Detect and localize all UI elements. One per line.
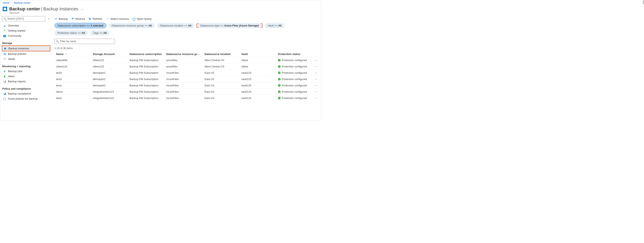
success-icon: ✓ — [278, 97, 280, 99]
column-name[interactable]: Name↑↓ — [56, 52, 93, 56]
jobs-icon: ≣ — [3, 70, 6, 73]
success-icon: ✓ — [278, 71, 280, 74]
alerts-icon: ▮ — [3, 75, 6, 78]
row-context-menu-button[interactable]: ⋯ — [315, 84, 321, 87]
sidebar-item-azure-policies[interactable]: ◯ Azure policies for backup — [2, 96, 50, 101]
column-resource-group[interactable]: Datasource resource gr… — [166, 52, 204, 56]
cell-name: clitest456 — [56, 59, 93, 62]
row-context-menu-button[interactable]: ⋯ — [315, 59, 321, 62]
breadcrumb-current[interactable]: Backup center — [14, 1, 30, 4]
filter-by-name-input[interactable]: 🔍 Filter by name — [54, 39, 115, 44]
sidebar-item-label: Community — [8, 34, 22, 37]
more-icon[interactable]: ⋯ — [81, 8, 84, 11]
table-row[interactable]: test1demopart2Backup PM SubscriptionAzur… — [54, 82, 319, 88]
pill-tags[interactable]: Tags == All — [90, 30, 110, 35]
cell-vault: vault125 — [241, 78, 278, 81]
cell-storage-account: demopart2 — [93, 78, 130, 81]
plus-icon: ＋ — [54, 17, 58, 21]
search-icon: 🔍 — [56, 40, 59, 43]
cell-location: West Central US — [204, 65, 241, 68]
cell-location: East US — [204, 84, 241, 87]
sidebar: 🔍 Search (Ctrl+/) « ☁ Overview ✈ Getting… — [0, 15, 52, 121]
table-row[interactable]: clitest123clitest123Backup PM Subscripti… — [54, 63, 319, 69]
pill-datasource-subscription[interactable]: Datasource subscription == 4 selected — [54, 23, 106, 28]
select-columns-button[interactable]: →Select columns — [106, 17, 129, 20]
cell-name: test2 — [56, 97, 93, 100]
vaults-icon: 🛡 — [3, 57, 6, 60]
table-row[interactable]: demointegrationtest123Backup PM Subscrip… — [54, 88, 319, 95]
column-subscription[interactable]: Datasource subscription — [130, 52, 166, 56]
cell-storage-account: integrationtest123 — [93, 90, 130, 93]
cell-location: East US — [204, 78, 241, 81]
sort-icon: ↑↓ — [65, 53, 67, 56]
main-content: ＋Backup ↶Restore ↻Refresh →Select column… — [52, 15, 321, 121]
table-row[interactable]: test2integrationtest123Backup PM Subscri… — [54, 95, 319, 101]
row-context-menu-button[interactable]: ⋯ — [315, 97, 321, 100]
pill-datasource-location[interactable]: Datasource location == All — [157, 23, 194, 28]
success-icon: ✓ — [278, 78, 280, 80]
restore-button[interactable]: ↶Restore — [72, 17, 85, 21]
cell-storage-account: demopart2 — [93, 84, 130, 87]
search-input[interactable]: 🔍 Search (Ctrl+/) — [2, 16, 45, 21]
sidebar-item-backup-compliance[interactable]: ◪ Backup compliance — [2, 91, 50, 96]
cell-storage-account: integrationtest123 — [93, 97, 130, 100]
sidebar-item-community[interactable]: 👥 Community — [2, 33, 50, 38]
open-query-button[interactable]: ▢Open Query — [132, 17, 152, 21]
row-context-menu-button[interactable]: ⋯ — [315, 71, 321, 74]
chevron-right-icon[interactable]: ❯ — [642, 0, 644, 4]
table-row[interactable]: clitest456clitest123Backup PM Subscripti… — [54, 57, 319, 63]
undo-icon: ↶ — [72, 17, 74, 21]
chevron-right-icon: › — [12, 1, 12, 4]
toolbar: ＋Backup ↶Restore ↻Refresh →Select column… — [54, 16, 319, 23]
sidebar-item-label: Backup jobs — [8, 70, 22, 73]
pill-datasource-type[interactable]: Datasource type == Azure Files (Azure St… — [198, 23, 262, 28]
cell-name: clitest123 — [56, 65, 93, 68]
sidebar-item-alerts[interactable]: ▮ Alerts — [2, 74, 50, 79]
pill-vault[interactable]: Vault == All — [265, 23, 284, 28]
row-context-menu-button[interactable]: ⋯ — [315, 90, 321, 93]
search-placeholder: Search (Ctrl+/) — [7, 17, 24, 20]
cell-subscription: Backup PM Subscription — [130, 59, 166, 62]
sidebar-item-backup-policies[interactable]: ▤ Backup policies — [2, 51, 50, 56]
pill-protection-status[interactable]: Protection status == All — [54, 30, 88, 35]
success-icon: ✓ — [278, 84, 280, 87]
sidebar-item-label: Getting started — [8, 29, 25, 32]
breadcrumb-home[interactable]: Home — [3, 1, 10, 4]
table-row[interactable]: test2demopart2Backup PM SubscriptionAzur… — [54, 76, 319, 82]
success-icon: ✓ — [278, 59, 280, 61]
row-context-menu-button[interactable]: ⋯ — [315, 65, 321, 68]
sidebar-item-getting-started[interactable]: ✈ Getting started — [2, 28, 50, 33]
cell-resource-group: AzureFiles — [166, 71, 204, 74]
highlight-datasource-type: Datasource type == Azure Files (Azure St… — [196, 23, 262, 28]
cell-protection-status: ✓Protection configured — [278, 97, 315, 100]
cell-protection-status: ✓Protection configured — [278, 78, 315, 81]
column-location[interactable]: Datasource location — [204, 52, 241, 56]
backup-button[interactable]: ＋Backup — [54, 17, 68, 21]
cell-resource-group: azurefiles — [166, 65, 204, 68]
sidebar-item-backup-jobs[interactable]: ≣ Backup jobs — [2, 69, 50, 74]
sidebar-item-vaults[interactable]: 🛡 Vaults — [2, 56, 50, 61]
sidebar-item-label: Backup compliance — [8, 92, 31, 95]
sidebar-item-overview[interactable]: ☁ Overview — [2, 23, 50, 28]
filter-placeholder: Filter by name — [60, 40, 76, 43]
pill-datasource-resource-group[interactable]: Datasource resource group == All — [109, 23, 155, 28]
backup-instances-table: Name↑↓ Storage Account Datasource subscr… — [54, 51, 319, 101]
column-protection-status[interactable]: Protection status — [278, 52, 315, 56]
cell-subscription: Backup PM Subscription — [130, 97, 166, 100]
cell-location: West Central US — [204, 59, 241, 62]
collapse-sidebar-button[interactable]: « — [47, 17, 50, 20]
cell-protection-status: ✓Protection configured — [278, 84, 315, 87]
table-row[interactable]: test3demopart2Backup PM SubscriptionAzur… — [54, 69, 319, 76]
sidebar-item-backup-instances[interactable]: ▣ Backup instances — [2, 46, 50, 51]
sidebar-item-backup-reports[interactable]: 📊 Backup reports — [2, 79, 50, 84]
search-icon: 🔍 — [3, 17, 6, 20]
sidebar-item-label: Backup policies — [8, 52, 26, 55]
column-storage-account[interactable]: Storage Account — [93, 52, 130, 56]
cell-location: East US — [204, 71, 241, 74]
column-vault[interactable]: Vault — [241, 52, 278, 56]
cell-protection-status: ✓Protection configured — [278, 71, 315, 74]
page-subtitle: | Backup instances — [41, 6, 78, 11]
row-context-menu-button[interactable]: ⋯ — [315, 78, 321, 81]
refresh-button[interactable]: ↻Refresh — [89, 17, 102, 21]
cell-storage-account: demopart2 — [93, 71, 130, 74]
